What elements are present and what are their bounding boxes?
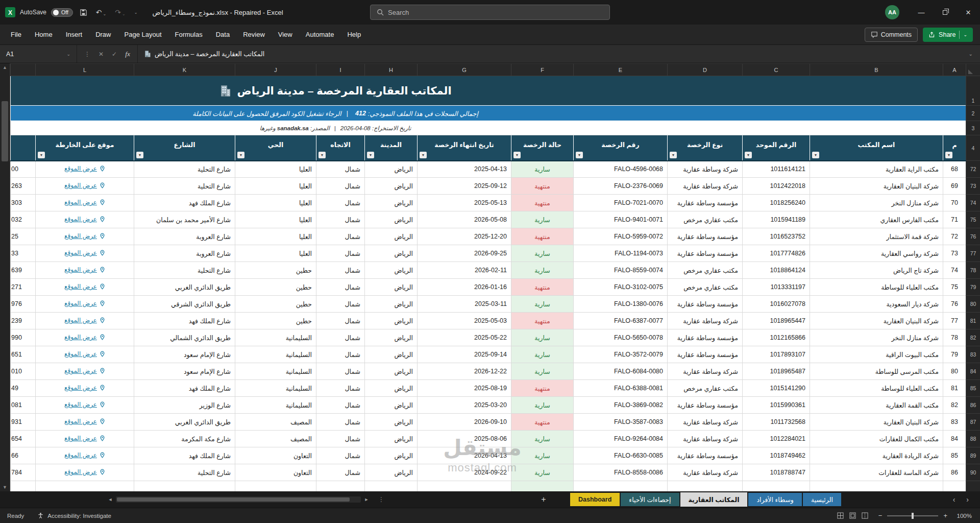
- cell-street[interactable]: شارع مكة المكرمة: [134, 431, 235, 447]
- sheet-title-cell[interactable]: المكاتب العقارية المرخصة – مدينة الرياض: [11, 76, 966, 106]
- tab-splitter-handle[interactable]: ⋮: [378, 496, 384, 503]
- customize-toolbar-button[interactable]: ⌄: [132, 9, 140, 16]
- cell-expiry[interactable]: 2025-03-20: [418, 397, 511, 414]
- cell-dir[interactable]: شمال: [316, 195, 365, 211]
- cell-unified[interactable]: 1018788747: [743, 464, 810, 481]
- cell-expiry[interactable]: 2025-12-20: [418, 228, 511, 245]
- close-button[interactable]: ✕: [957, 0, 980, 25]
- zoom-in-button[interactable]: +: [943, 512, 947, 519]
- cell-street[interactable]: طريق الدائري الشرقي: [134, 296, 235, 313]
- row-number[interactable]: 73: [966, 178, 980, 195]
- cell-num[interactable]: 75: [943, 279, 966, 296]
- status-cell[interactable]: سارية: [511, 211, 574, 228]
- cell-city[interactable]: الرياض: [365, 414, 418, 431]
- cell-city[interactable]: الرياض: [365, 447, 418, 464]
- column-header-E[interactable]: E: [574, 64, 668, 76]
- undo-button[interactable]: ↶⌄: [94, 7, 108, 17]
- ribbon-tab-insert[interactable]: Insert: [59, 25, 89, 44]
- status-cell[interactable]: منتهية: [511, 228, 574, 245]
- column-header-B[interactable]: B: [810, 64, 943, 76]
- cell-type[interactable]: مكتب عقاري مرخص: [668, 262, 743, 279]
- search-input[interactable]: Search: [370, 5, 610, 20]
- cell-office[interactable]: مكتب العلياء للوساطة: [810, 380, 943, 397]
- cell-partial[interactable]: 976: [11, 296, 36, 313]
- sheet-tab-real-estate-offices[interactable]: المكاتب العقارية: [680, 492, 748, 507]
- formula-content[interactable]: المكاتب العقارية المرخصة – مدينة الرياض: [138, 50, 962, 58]
- map-link[interactable]: عرض الموقع: [64, 451, 97, 459]
- filter-button[interactable]: ▼: [670, 152, 677, 158]
- cell-license[interactable]: FALO-6388-0081: [574, 380, 668, 397]
- cell-num[interactable]: 77: [943, 313, 966, 329]
- cell-dir[interactable]: شمال: [316, 313, 365, 329]
- cell-type[interactable]: مؤسسة وساطة عقارية: [668, 447, 743, 464]
- cell-type[interactable]: مؤسسة وساطة عقارية: [668, 296, 743, 313]
- cell-unified[interactable]: 1015990361: [743, 397, 810, 414]
- field-header[interactable]: حالة الرخصة▼: [511, 135, 574, 161]
- minimize-button[interactable]: —: [910, 0, 933, 25]
- field-header[interactable]: المدينة▼: [365, 135, 418, 161]
- map-link-cell[interactable]: عرض الموقع: [36, 279, 134, 296]
- cell-street[interactable]: شارع التحلية: [134, 161, 235, 178]
- status-cell[interactable]: سارية: [511, 363, 574, 380]
- ribbon-tab-formulas[interactable]: Formulas: [168, 25, 209, 44]
- filter-button[interactable]: ▼: [38, 152, 45, 158]
- filter-button[interactable]: ▼: [367, 152, 374, 158]
- cell-city[interactable]: الرياض: [365, 245, 418, 262]
- cell-dir[interactable]: شمال: [316, 262, 365, 279]
- cell-type[interactable]: شركة وساطة عقارية: [668, 464, 743, 481]
- cell-license[interactable]: FALO-2376-0069: [574, 178, 668, 195]
- page-layout-view-icon[interactable]: [849, 512, 856, 519]
- row-number[interactable]: 3: [966, 121, 980, 135]
- row-number[interactable]: 2: [966, 106, 980, 121]
- field-header[interactable]: الشارع▼: [134, 135, 235, 161]
- cell-expiry[interactable]: 2025-05-13: [418, 195, 511, 211]
- cell-street[interactable]: شارع الإمام سعود: [134, 363, 235, 380]
- map-link[interactable]: عرض الموقع: [64, 199, 97, 206]
- row-number[interactable]: 90: [966, 464, 980, 481]
- filter-button[interactable]: ▼: [318, 152, 326, 158]
- cell-dir[interactable]: شمال: [316, 296, 365, 313]
- cell-unified[interactable]: 1012165866: [743, 329, 810, 346]
- cell-num[interactable]: 84: [943, 431, 966, 447]
- cell-district[interactable]: حطين: [235, 262, 316, 279]
- cell-district[interactable]: السليمانية: [235, 397, 316, 414]
- cell-unified[interactable]: 1012284021: [743, 431, 810, 447]
- cell-dir[interactable]: شمال: [316, 431, 365, 447]
- scroll-up-button[interactable]: ▲: [0, 65, 10, 70]
- status-cell[interactable]: سارية: [511, 464, 574, 481]
- cancel-button[interactable]: ✕: [99, 51, 104, 58]
- cell-city[interactable]: الرياض: [365, 161, 418, 178]
- cell-district[interactable]: العليا: [235, 211, 316, 228]
- cell-license[interactable]: FALO-5959-0072: [574, 228, 668, 245]
- map-link-cell[interactable]: عرض الموقع: [36, 313, 134, 329]
- field-header[interactable]: الاتجاه▼: [316, 135, 365, 161]
- field-header[interactable]: م▼: [943, 135, 966, 161]
- cell-city[interactable]: الرياض: [365, 431, 418, 447]
- cell-partial[interactable]: 654: [11, 431, 36, 447]
- zoom-out-button[interactable]: −: [878, 512, 883, 519]
- cell-num[interactable]: 78: [943, 329, 966, 346]
- cell-city[interactable]: الرياض: [365, 313, 418, 329]
- sheet-tab-individual-brokers[interactable]: وسطاء الأفراد: [748, 493, 801, 506]
- cell-license[interactable]: FALO-5650-0078: [574, 329, 668, 346]
- field-header[interactable]: نوع الرخصة▼: [668, 135, 743, 161]
- cell-unified[interactable]: 1012422018: [743, 178, 810, 195]
- cell-office[interactable]: شركة الماسة للعقارات: [810, 464, 943, 481]
- cell-expiry[interactable]: 2025-08-19: [418, 380, 511, 397]
- cell-district[interactable]: السليمانية: [235, 329, 316, 346]
- cell-office[interactable]: شركة قمة الاستثمار: [810, 228, 943, 245]
- filter-button[interactable]: ▼: [745, 152, 752, 158]
- cell-unified[interactable]: 1017774826: [743, 245, 810, 262]
- cell-district[interactable]: العليا: [235, 178, 316, 195]
- cell-num[interactable]: 76: [943, 296, 966, 313]
- cell-city[interactable]: الرياض: [365, 363, 418, 380]
- cell-type[interactable]: شركة وساطة عقارية: [668, 178, 743, 195]
- cell-street[interactable]: طريق الدائري الغربي: [134, 279, 235, 296]
- cell-license[interactable]: FALO-6084-0080: [574, 363, 668, 380]
- ribbon-tab-page-layout[interactable]: Page Layout: [118, 25, 168, 44]
- cell-partial[interactable]: 651: [11, 346, 36, 363]
- column-header-D[interactable]: D: [668, 64, 743, 76]
- map-link[interactable]: عرض الموقع: [64, 350, 97, 358]
- ribbon-tab-help[interactable]: Help: [340, 25, 368, 44]
- cell-partial[interactable]: 784: [11, 464, 36, 481]
